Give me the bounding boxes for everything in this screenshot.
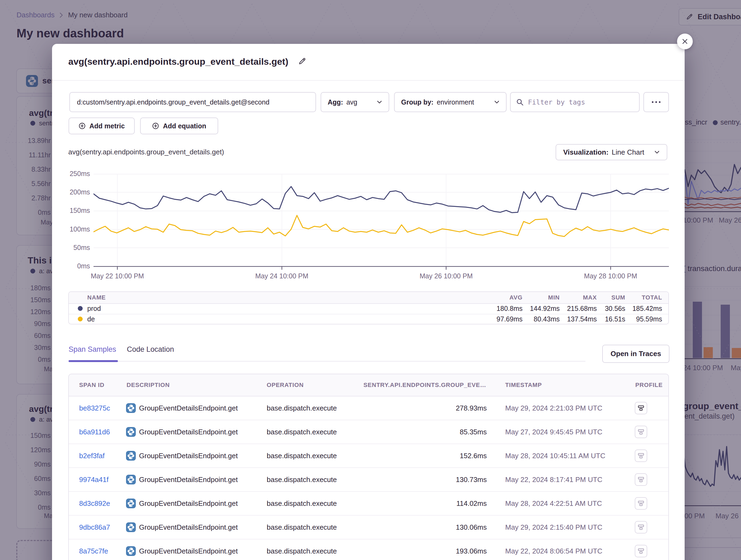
profile-button[interactable] bbox=[635, 545, 647, 557]
python-icon bbox=[126, 498, 136, 508]
span-id-link[interactable]: 8a75c7fe bbox=[79, 540, 108, 560]
span-operation: base.dispatch.execute bbox=[267, 420, 337, 444]
summary-table-header: NAME AVG MIN MAX SUM TOTAL bbox=[69, 292, 668, 304]
samples-table-body: be83275c GroupEventDetailsEndpoint.get b… bbox=[69, 396, 668, 560]
col-total: TOTAL bbox=[608, 292, 662, 303]
profile-flamegraph-icon bbox=[637, 476, 645, 483]
series-total: 95.59ms bbox=[608, 314, 662, 324]
profile-button[interactable] bbox=[635, 521, 647, 534]
series-color-dot bbox=[78, 317, 83, 321]
col-description: DESCRIPTION bbox=[127, 374, 170, 396]
modal-title: avg(sentry.api.endpoints.group_event_det… bbox=[68, 56, 307, 67]
span-operation: base.dispatch.execute bbox=[267, 468, 337, 491]
chart-title: avg(sentry.api.endpoints.group_event_det… bbox=[68, 148, 224, 156]
profile-button[interactable] bbox=[635, 497, 647, 510]
span-description: GroupEventDetailsEndpoint.get bbox=[139, 444, 238, 467]
span-id-link[interactable]: b2ef3faf bbox=[79, 444, 105, 467]
span-duration: 193.06ms bbox=[405, 540, 487, 560]
series-summary-table: NAME AVG MIN MAX SUM TOTAL prod 180.8ms … bbox=[68, 291, 669, 324]
chevron-down-icon bbox=[377, 100, 382, 104]
agg-label: Agg: bbox=[328, 98, 343, 106]
metric-details-modal: avg(sentry.api.endpoints.group_event_det… bbox=[52, 44, 685, 560]
chevron-down-icon bbox=[494, 100, 499, 104]
app-screen: Dashboards My new dashboard My new dashb… bbox=[0, 0, 741, 560]
span-timestamp: May 27, 2024 9:45:45 PM UTC bbox=[505, 420, 602, 444]
summary-row-prod[interactable]: prod 180.8ms 144.92ms 215.68ms 30.56s 18… bbox=[69, 303, 668, 314]
profile-flamegraph-icon bbox=[637, 524, 645, 531]
group-by-value: environment bbox=[436, 98, 474, 106]
python-icon bbox=[126, 451, 136, 461]
profile-button[interactable] bbox=[635, 450, 647, 462]
close-modal-button[interactable] bbox=[677, 33, 693, 49]
table-row: be83275c GroupEventDetailsEndpoint.get b… bbox=[69, 396, 668, 420]
span-id-link[interactable]: 9dbc86a7 bbox=[79, 515, 110, 539]
filter-by-tags-input[interactable] bbox=[527, 98, 634, 106]
profile-button[interactable] bbox=[635, 402, 647, 414]
span-operation: base.dispatch.execute bbox=[267, 444, 337, 467]
agg-value: avg bbox=[346, 98, 357, 106]
filter-by-tags-field bbox=[510, 92, 639, 112]
summary-row-de[interactable]: de 97.69ms 80.43ms 137.54ms 16.51s 95.59… bbox=[69, 314, 668, 324]
series-name: prod bbox=[87, 303, 101, 314]
metric-line-chart bbox=[93, 174, 669, 270]
profile-flamegraph-icon bbox=[637, 452, 645, 459]
span-description: GroupEventDetailsEndpoint.get bbox=[139, 540, 238, 560]
add-equation-label: Add equation bbox=[163, 122, 206, 130]
series-color-dot bbox=[78, 306, 83, 311]
span-duration: 152.6ms bbox=[405, 444, 487, 467]
series-total: 185.42ms bbox=[608, 303, 662, 314]
span-timestamp: May 29, 2024 2:21:03 PM UTC bbox=[505, 396, 602, 420]
profile-flamegraph-icon bbox=[637, 500, 645, 507]
table-row: 9974a41f GroupEventDetailsEndpoint.get b… bbox=[69, 467, 668, 491]
add-metric-button[interactable]: Add metric bbox=[69, 117, 135, 134]
span-timestamp: May 22, 2024 8:17:41 PM UTC bbox=[505, 468, 602, 491]
col-name: NAME bbox=[87, 292, 106, 303]
open-in-traces-button[interactable]: Open in Traces bbox=[602, 345, 669, 363]
span-duration: 114.02ms bbox=[405, 492, 487, 515]
visualization-dropdown[interactable]: Visualization: Line Chart bbox=[556, 144, 667, 160]
group-by-label: Group by: bbox=[401, 98, 433, 106]
span-timestamp: May 28, 2024 10:45:11 AM UTC bbox=[505, 444, 605, 467]
visualization-label: Visualization: bbox=[563, 148, 608, 157]
tab-divider bbox=[69, 361, 586, 362]
chevron-down-icon bbox=[654, 151, 660, 154]
span-operation: base.dispatch.execute bbox=[267, 492, 337, 515]
metric-query-input[interactable] bbox=[69, 92, 316, 112]
tab-code-location[interactable]: Code Location bbox=[127, 345, 174, 354]
profile-button[interactable] bbox=[635, 426, 647, 438]
visualization-value: Line Chart bbox=[612, 148, 644, 157]
group-by-dropdown[interactable]: Group by: environment bbox=[394, 92, 507, 112]
python-icon bbox=[126, 475, 136, 484]
span-timestamp: May 28, 2024 4:22:51 AM UTC bbox=[505, 492, 602, 515]
close-icon bbox=[681, 38, 688, 45]
span-description: GroupEventDetailsEndpoint.get bbox=[139, 468, 238, 491]
edit-title-pencil-icon[interactable] bbox=[298, 57, 307, 66]
table-row: 8d3c892e GroupEventDetailsEndpoint.get b… bbox=[69, 491, 668, 515]
col-timestamp: TIMESTAMP bbox=[505, 374, 542, 396]
table-row: b6a911d6 GroupEventDetailsEndpoint.get b… bbox=[69, 420, 668, 444]
profile-button[interactable] bbox=[635, 473, 647, 486]
search-icon bbox=[516, 98, 524, 106]
table-row: 9dbc86a7 GroupEventDetailsEndpoint.get b… bbox=[69, 515, 668, 539]
span-id-link[interactable]: be83275c bbox=[79, 396, 110, 420]
span-id-link[interactable]: b6a911d6 bbox=[79, 420, 110, 444]
python-icon bbox=[126, 523, 136, 532]
header-divider bbox=[52, 80, 685, 81]
plus-circle-icon bbox=[79, 123, 86, 130]
add-metric-label: Add metric bbox=[89, 122, 125, 130]
series-name: de bbox=[87, 314, 95, 324]
table-row: b2ef3faf GroupEventDetailsEndpoint.get b… bbox=[69, 444, 668, 467]
tab-span-samples[interactable]: Span Samples bbox=[69, 345, 116, 354]
span-id-link[interactable]: 8d3c892e bbox=[79, 492, 110, 515]
query-overflow-button[interactable] bbox=[644, 92, 669, 112]
span-id-link[interactable]: 9974a41f bbox=[79, 468, 109, 491]
add-equation-button[interactable]: Add equation bbox=[140, 117, 218, 134]
span-duration: 278.93ms bbox=[405, 396, 487, 420]
modal-title-text: avg(sentry.api.endpoints.group_event_det… bbox=[68, 56, 288, 67]
span-description: GroupEventDetailsEndpoint.get bbox=[139, 515, 238, 539]
plus-circle-icon bbox=[152, 123, 159, 130]
col-metric-value: SENTRY.API.ENDPOINTS.GROUP_EVE… bbox=[363, 374, 486, 396]
aggregation-dropdown[interactable]: Agg: avg bbox=[321, 92, 389, 112]
python-icon bbox=[126, 427, 136, 437]
span-operation: base.dispatch.execute bbox=[267, 396, 337, 420]
